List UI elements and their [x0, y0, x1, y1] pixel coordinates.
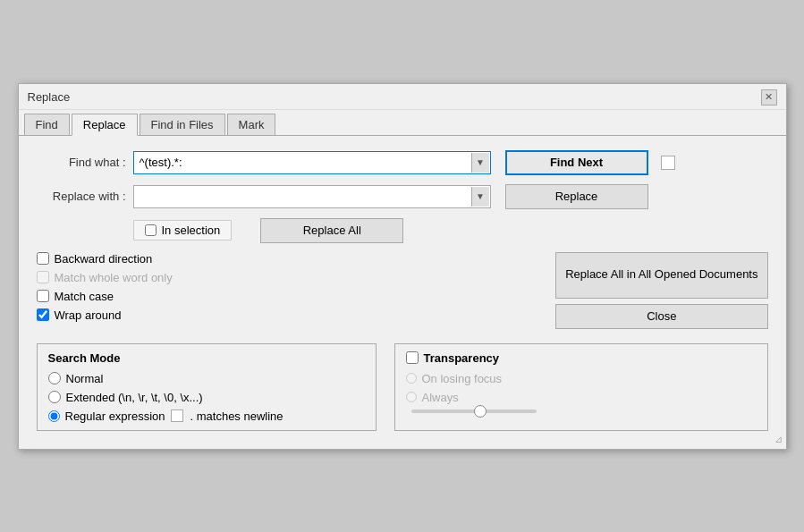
dot-matches-newline-label: . matches newline [190, 410, 284, 423]
transparency-always-row: Always [406, 391, 757, 404]
dialog-title: Replace [28, 90, 71, 104]
replace-dialog: Replace ✕ Find Replace Find in Files Mar… [18, 83, 787, 450]
find-what-label: Find what : [37, 156, 126, 169]
search-mode-extended-radio[interactable] [48, 391, 61, 403]
replace-input-wrapper: ▼ [133, 185, 491, 208]
options-section: Backward direction Match whole word only… [37, 252, 768, 329]
close-button[interactable]: Close [555, 304, 767, 329]
transparency-checkbox[interactable] [406, 351, 419, 364]
match-whole-word-row: Match whole word only [37, 271, 538, 284]
search-mode-normal-row: Normal [48, 372, 365, 385]
tabs-bar: Find Replace Find in Files Mark [19, 110, 786, 136]
transparency-always-radio[interactable] [406, 392, 417, 402]
backward-direction-row: Backward direction [37, 252, 538, 266]
search-mode-regex-row: Regular expression . matches newline [48, 410, 365, 423]
search-mode-normal-radio[interactable] [48, 372, 61, 384]
search-mode-box: Search Mode Normal Extended (\n, \r, \t,… [37, 343, 377, 431]
title-bar: Replace ✕ [19, 84, 786, 110]
tab-find-in-files[interactable]: Find in Files [140, 114, 225, 135]
find-what-row: Find what : ▼ Find Next [37, 150, 768, 175]
transparency-slider-container [406, 410, 757, 413]
find-next-button[interactable]: Find Next [505, 150, 648, 175]
search-mode-title: Search Mode [48, 351, 365, 365]
replace-all-opened-group: Replace All in All Opened Documents Clos… [555, 252, 767, 329]
match-case-label: Match case [55, 290, 114, 303]
match-whole-word-label: Match whole word only [55, 271, 173, 284]
in-selection-wrapper: In selection [133, 220, 233, 241]
search-mode-regex-label: Regular expression [65, 410, 165, 423]
replace-with-row: Replace with : ▼ Replace [37, 184, 768, 209]
tab-mark[interactable]: Mark [227, 114, 276, 135]
wrap-around-label: Wrap around [55, 308, 122, 322]
transparency-title-label: Transparency [424, 351, 500, 365]
replace-dropdown-arrow[interactable]: ▼ [471, 187, 489, 207]
search-mode-regex-radio[interactable] [48, 410, 60, 422]
transparency-on-losing-focus-label: On losing focus [422, 372, 503, 385]
replace-all-opened-button[interactable]: Replace All in All Opened Documents [555, 252, 767, 299]
replace-button[interactable]: Replace [505, 184, 648, 209]
transparency-box: Transparency On losing focus Always [394, 343, 768, 431]
bottom-section: Search Mode Normal Extended (\n, \r, \t,… [37, 329, 768, 431]
dialog-content: Find what : ▼ Find Next Replace with : ▼… [19, 136, 786, 449]
match-case-checkbox[interactable] [37, 290, 49, 302]
replace-with-label: Replace with : [37, 190, 126, 203]
transparency-title-row: Transparency [406, 351, 757, 365]
wrap-around-row: Wrap around [37, 308, 538, 322]
replace-all-button-group: Replace All [260, 218, 403, 243]
replace-with-input[interactable] [133, 185, 491, 208]
replace-button-group-right: Replace [505, 184, 648, 209]
wrap-around-checkbox[interactable] [37, 308, 49, 321]
transparency-on-losing-focus-radio[interactable] [406, 373, 417, 384]
tab-find[interactable]: Find [24, 114, 70, 135]
backward-direction-label: Backward direction [55, 252, 153, 266]
search-mode-normal-label: Normal [66, 372, 104, 385]
find-what-input[interactable] [133, 151, 491, 174]
backward-direction-checkbox[interactable] [37, 252, 49, 265]
search-mode-extended-row: Extended (\n, \r, \t, \0, \x...) [48, 391, 365, 404]
dot-matches-newline-checkbox[interactable] [171, 410, 183, 422]
find-input-wrapper: ▼ [133, 151, 491, 174]
replace-all-button[interactable]: Replace All [260, 218, 403, 243]
right-button-group: Find Next [505, 150, 675, 175]
find-dropdown-arrow[interactable]: ▼ [471, 153, 489, 173]
transparency-on-losing-focus-row: On losing focus [406, 372, 757, 385]
in-selection-label: In selection [162, 224, 221, 237]
match-case-row: Match case [37, 290, 538, 303]
match-whole-word-checkbox[interactable] [37, 271, 49, 283]
in-selection-checkbox[interactable] [145, 224, 157, 236]
find-next-extra-checkbox[interactable] [661, 156, 675, 170]
search-mode-extended-label: Extended (\n, \r, \t, \0, \x...) [66, 391, 203, 404]
transparency-slider-thumb[interactable] [474, 405, 487, 418]
resize-icon: ⊿ [774, 434, 783, 445]
in-selection-row: In selection Replace All [133, 218, 768, 243]
close-title-button[interactable]: ✕ [761, 89, 777, 106]
tab-replace[interactable]: Replace [72, 114, 138, 136]
transparency-always-label: Always [422, 391, 459, 404]
checkboxes-col: Backward direction Match whole word only… [37, 252, 538, 329]
transparency-slider-track [411, 410, 537, 413]
